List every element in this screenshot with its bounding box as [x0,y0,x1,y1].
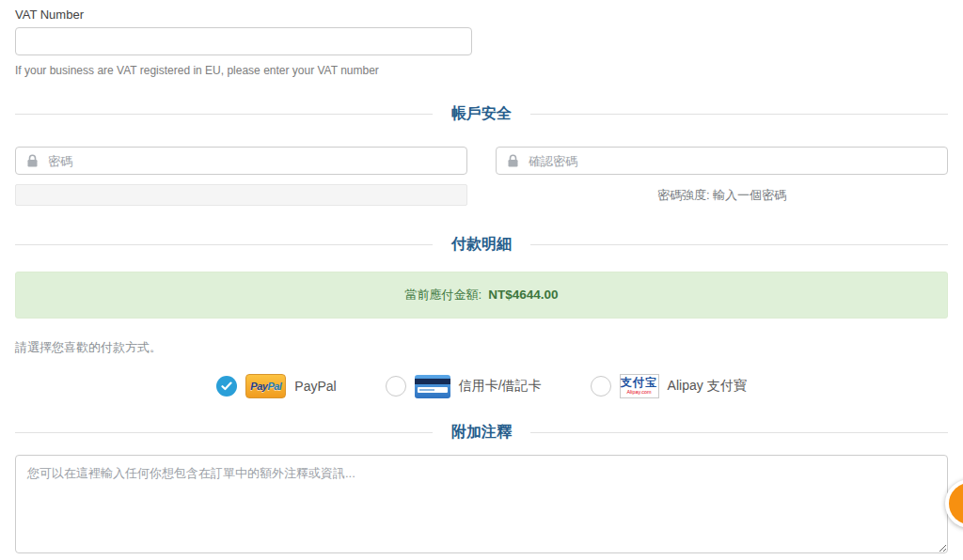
divider-line [15,244,433,245]
password-column [15,147,467,206]
card-magnetic-stripe [415,379,450,384]
payment-method-label: PayPal [294,379,336,394]
password-strength-text: 密碼強度: 輸入一個密碼 [496,187,948,204]
lock-icon [507,154,519,167]
divider-line [530,244,948,245]
section-title: 附加注釋 [451,423,512,443]
password-row: 密碼強度: 輸入一個密碼 [15,147,948,206]
divider-line [530,114,948,115]
payment-methods-row: PayPal PayPal 信用卡/借記卡 支付宝 Alipay.com Ali… [15,373,948,399]
radio-unchecked-icon[interactable] [591,376,611,397]
password-strength-meter [15,184,467,206]
alipay-logo-icon: 支付宝 Alipay.com [620,374,659,398]
section-header-additional-notes: 附加注釋 [15,422,948,443]
payment-method-paypal[interactable]: PayPal PayPal [216,374,336,398]
vat-help-text: If your business are VAT registered in E… [15,64,948,77]
credit-card-icon [415,375,450,398]
vat-number-input[interactable] [15,27,472,55]
divider-line [15,432,433,433]
divider-line [530,432,948,433]
choose-payment-text: 請選擇您喜歡的付款方式。 [15,339,948,356]
additional-notes-textarea[interactable] [15,455,948,553]
payment-method-label: Alipay 支付寶 [668,378,747,395]
password-input[interactable] [15,147,467,175]
confirm-password-input[interactable] [496,147,948,175]
password-field-wrap [15,147,467,175]
amount-due-alert: 當前應付金額:NT$4644.00 [15,272,948,319]
check-icon [221,381,232,391]
divider-line [15,114,433,115]
radio-unchecked-icon[interactable] [386,376,406,397]
paypal-logo-icon: PayPal [245,374,286,398]
amount-due-value: NT$4644.00 [488,288,558,302]
section-header-account-security: 帳戶安全 [15,103,948,124]
section-title: 付款明細 [451,235,512,255]
payment-method-credit-card[interactable]: 信用卡/借記卡 [386,375,542,398]
card-signature-strip [418,387,448,393]
confirm-password-field-wrap [496,147,948,175]
payment-method-label: 信用卡/借記卡 [459,378,542,395]
lock-icon [26,154,39,167]
payment-method-alipay[interactable]: 支付宝 Alipay.com Alipay 支付寶 [591,374,747,398]
checkout-form: VAT Number If your business are VAT regi… [0,0,963,553]
vat-number-label: VAT Number [15,8,948,22]
section-header-payment-details: 付款明細 [15,234,948,255]
radio-checked-icon[interactable] [216,376,237,397]
amount-due-label: 當前應付金額: [405,288,482,302]
confirm-password-column: 密碼強度: 輸入一個密碼 [496,147,948,206]
section-title: 帳戶安全 [451,104,512,124]
